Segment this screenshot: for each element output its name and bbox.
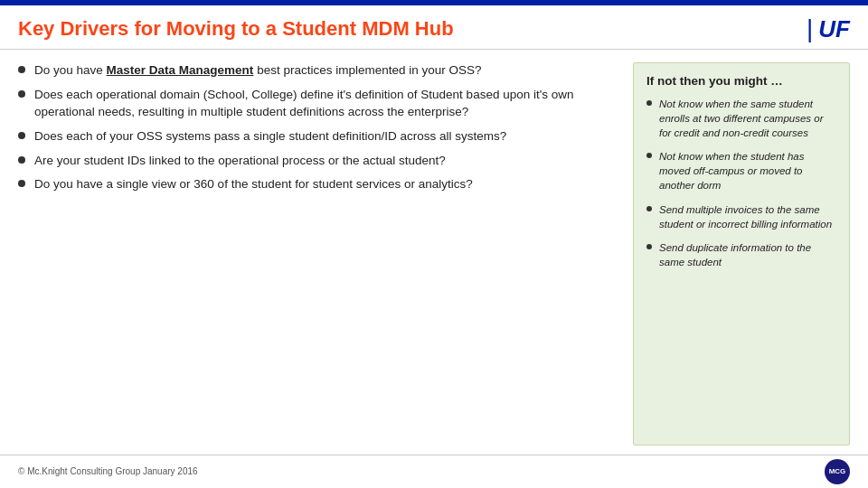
header: Key Drivers for Moving to a Student MDM … xyxy=(0,5,868,50)
left-panel: Do you have Master Data Management best … xyxy=(18,62,615,446)
footer-copyright: © Mc.Knight Consulting Group January 201… xyxy=(18,466,198,476)
emphasized-text: Master Data Management xyxy=(107,63,254,77)
right-dot-1 xyxy=(646,100,652,106)
bullet-dot-3 xyxy=(18,132,25,139)
right-dot-3 xyxy=(646,206,652,211)
bullet-text-3: Does each of your OSS systems pass a sin… xyxy=(34,128,615,145)
content-area: Do you have Master Data Management best … xyxy=(0,50,868,455)
right-bullet-3: Send multiple invoices to the same stude… xyxy=(646,202,836,231)
right-bullet-4: Send duplicate information to the same s… xyxy=(646,240,836,269)
bullet-dot-5 xyxy=(18,180,25,187)
right-text-4: Send duplicate information to the same s… xyxy=(659,240,836,269)
right-text-3: Send multiple invoices to the same stude… xyxy=(659,202,836,231)
mcg-logo: MCG xyxy=(825,459,850,484)
bullet-dot-2 xyxy=(18,90,25,98)
right-text-2: Not know when the student has moved off-… xyxy=(659,149,836,192)
bullet-text-2: Does each operational domain (School, Co… xyxy=(34,87,615,121)
bullet-item-4: Are your student IDs linked to the opera… xyxy=(18,153,615,170)
bullet-item-3: Does each of your OSS systems pass a sin… xyxy=(18,128,615,145)
right-text-1: Not know when the same student enrolls a… xyxy=(659,97,836,140)
mcg-circle-text: MCG xyxy=(829,467,846,475)
page-title: Key Drivers for Moving to a Student MDM … xyxy=(18,17,454,41)
uf-logo-text: UF xyxy=(818,15,850,43)
right-bullet-1: Not know when the same student enrolls a… xyxy=(646,97,836,140)
header-logo: | UF xyxy=(807,14,850,43)
bullet-item-2: Does each operational domain (School, Co… xyxy=(18,87,615,121)
bullet-item-5: Do you have a single view or 360 of the … xyxy=(18,176,615,193)
right-panel: If not then you might … Not know when th… xyxy=(633,62,850,446)
bullet-dot-1 xyxy=(18,66,25,73)
right-bullet-2: Not know when the student has moved off-… xyxy=(646,149,836,192)
logo-pipe: | xyxy=(807,14,813,43)
bullet-dot-4 xyxy=(18,156,25,164)
bullet-text-1: Do you have Master Data Management best … xyxy=(34,62,615,80)
bullet-text-5: Do you have a single view or 360 of the … xyxy=(34,176,615,193)
bullet-text-4: Are your student IDs linked to the opera… xyxy=(34,153,615,170)
right-panel-header: If not then you might … xyxy=(646,74,836,88)
right-dot-4 xyxy=(646,244,652,249)
footer: © Mc.Knight Consulting Group January 201… xyxy=(0,455,868,487)
right-dot-2 xyxy=(646,153,652,158)
mcg-circle-icon: MCG xyxy=(825,459,850,484)
bullet-item-1: Do you have Master Data Management best … xyxy=(18,62,615,80)
